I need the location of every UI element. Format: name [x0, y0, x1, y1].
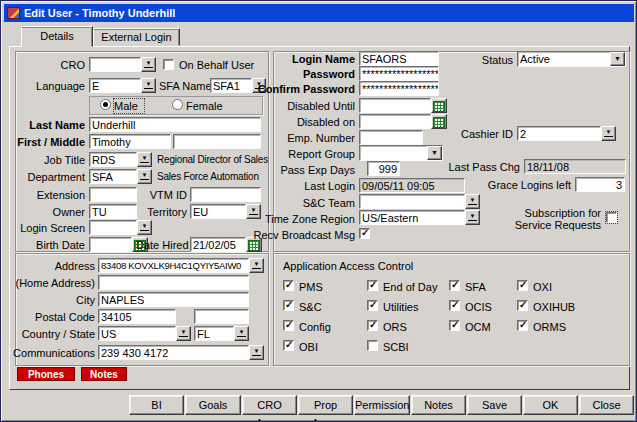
app-access-checkbox-oxihub[interactable]: [517, 300, 528, 311]
cro-acc-button[interactable]: CRO Acc...: [242, 395, 297, 415]
first-name-field[interactable]: Timothy: [89, 134, 171, 149]
job-title-dropdown-button[interactable]: [137, 152, 152, 167]
postal-code-field-2[interactable]: [194, 309, 249, 324]
language-field[interactable]: E: [89, 78, 141, 93]
phones-button[interactable]: Phones: [17, 367, 75, 381]
app-access-checkbox-ocm[interactable]: [449, 320, 460, 331]
time-zone-field[interactable]: US/Eastern: [359, 210, 465, 225]
cashier-id-label: Cashier ID: [431, 127, 513, 141]
window-title: Edit User - Timothy Underhill: [24, 7, 175, 19]
app-access-checkbox-orms[interactable]: [517, 320, 528, 331]
emp-number-field[interactable]: [359, 130, 423, 145]
tab-external-login[interactable]: External Login: [93, 28, 180, 46]
vtm-id-label: VTM ID: [137, 188, 187, 202]
female-label: Female: [186, 99, 231, 113]
goals-button[interactable]: Goals: [185, 395, 241, 415]
app-access-checkbox-obi[interactable]: [283, 340, 294, 351]
app-access-checkbox-end-of-day[interactable]: [367, 280, 378, 291]
disabled-on-field[interactable]: [359, 114, 431, 129]
permission-button[interactable]: Permission: [354, 395, 410, 415]
address-field[interactable]: 83408 KOVXLK9H4C1QYIY5AIW0: [98, 258, 249, 273]
password-label: Password: [241, 67, 355, 81]
app-access-label-config: Config: [299, 320, 361, 334]
date-hired-field[interactable]: 21/02/05: [190, 237, 246, 252]
app-access-checkbox-ocis[interactable]: [449, 300, 460, 311]
app-access-checkbox-scbi[interactable]: [367, 340, 378, 351]
report-group-combo[interactable]: ▼: [359, 145, 443, 161]
app-access-checkbox-pms[interactable]: [283, 280, 294, 291]
login-screen-label: Login Screen: [7, 221, 85, 235]
app-access-checkbox-sc[interactable]: [283, 300, 294, 311]
app-access-label-oxihub: OXIHUB: [533, 300, 593, 314]
job-title-field[interactable]: RDS: [89, 152, 137, 167]
login-name-field[interactable]: SFAORS: [359, 51, 439, 66]
country-dropdown-button[interactable]: [176, 326, 191, 341]
on-behalf-checkbox[interactable]: [163, 59, 174, 70]
postal-code-field[interactable]: 34105: [98, 309, 176, 324]
communications-label: Communications: [1, 346, 95, 360]
disabled-until-field[interactable]: [359, 98, 431, 113]
sc-team-dropdown-button[interactable]: [465, 194, 480, 209]
language-dropdown-button[interactable]: [141, 78, 156, 93]
report-group-dropdown-button[interactable]: ▼: [427, 146, 442, 160]
cro-field[interactable]: [89, 57, 141, 72]
tab-details[interactable]: Details: [21, 26, 93, 47]
disabled-until-calendar-button[interactable]: [431, 98, 447, 113]
app-access-checkbox-sfa[interactable]: [449, 280, 460, 291]
communications-dropdown-button[interactable]: [249, 345, 264, 360]
app-access-label-ors: ORS: [383, 320, 445, 334]
app-access-checkbox-oxi[interactable]: [517, 280, 528, 291]
password-field[interactable]: ********************: [359, 66, 439, 81]
notes-button[interactable]: Notes: [411, 395, 466, 415]
notes-mini-button[interactable]: Notes: [81, 367, 127, 381]
birth-date-field[interactable]: [89, 237, 132, 252]
confirm-password-field[interactable]: ********************: [359, 81, 439, 96]
city-field[interactable]: NAPLES: [98, 292, 249, 307]
login-screen-field[interactable]: [89, 220, 137, 235]
last-name-label: Last Name: [5, 118, 85, 132]
recv-broadcast-checkbox[interactable]: [359, 228, 370, 239]
territory-field[interactable]: EU: [190, 204, 246, 219]
status-dropdown-button[interactable]: ▼: [610, 52, 625, 66]
sc-team-field[interactable]: [359, 194, 465, 209]
owner-field[interactable]: TU: [89, 204, 137, 219]
date-hired-label: Date Hired: [136, 238, 187, 252]
address-label: Address: [21, 259, 95, 273]
app-access-checkbox-ors[interactable]: [367, 320, 378, 331]
grace-logins-field: 3: [575, 177, 625, 192]
country-field[interactable]: US: [98, 326, 176, 341]
bi-button[interactable]: BI: [129, 395, 184, 415]
close-button[interactable]: Close: [579, 395, 634, 415]
state-field[interactable]: FL: [194, 326, 234, 341]
recv-broadcast-label: Recv Broadcast Msg: [241, 228, 355, 242]
status-label: Status: [451, 53, 513, 67]
male-radio[interactable]: [100, 99, 111, 110]
login-screen-dropdown-button[interactable]: [137, 220, 152, 235]
pass-exp-days-field[interactable]: 999: [367, 161, 400, 176]
sc-team-label: S&C Team: [241, 196, 355, 210]
prop-acc-button[interactable]: Prop Acc...: [298, 395, 353, 415]
department-field[interactable]: SFA: [89, 169, 137, 184]
time-zone-dropdown-button[interactable]: [465, 210, 480, 225]
last-name-field[interactable]: Underhill: [89, 117, 261, 132]
address-dropdown-button[interactable]: [249, 258, 264, 273]
home-address-field[interactable]: [98, 275, 249, 290]
app-access-label-end-of-day: End of Day: [383, 280, 445, 294]
department-dropdown-button[interactable]: [137, 169, 152, 184]
state-dropdown-button[interactable]: [234, 326, 249, 341]
female-radio[interactable]: [172, 99, 183, 110]
communications-field[interactable]: 239 430 4172: [98, 345, 249, 360]
app-access-checkbox-utilities[interactable]: [367, 300, 378, 311]
cro-label: CRO: [25, 58, 85, 72]
save-button[interactable]: Save: [467, 395, 522, 415]
subscription-checkbox[interactable]: [606, 212, 617, 223]
cashier-id-field[interactable]: 2: [517, 126, 601, 141]
time-zone-label: Time Zone Region: [241, 212, 355, 226]
extension-field[interactable]: [89, 187, 137, 202]
job-title-label: Job Title: [15, 153, 85, 167]
ok-button[interactable]: OK: [523, 395, 578, 415]
cashier-id-dropdown-button[interactable]: [601, 126, 616, 141]
cro-dropdown-button[interactable]: [141, 57, 156, 72]
status-combo[interactable]: Active ▼: [517, 51, 626, 67]
app-access-checkbox-config[interactable]: [283, 320, 294, 331]
